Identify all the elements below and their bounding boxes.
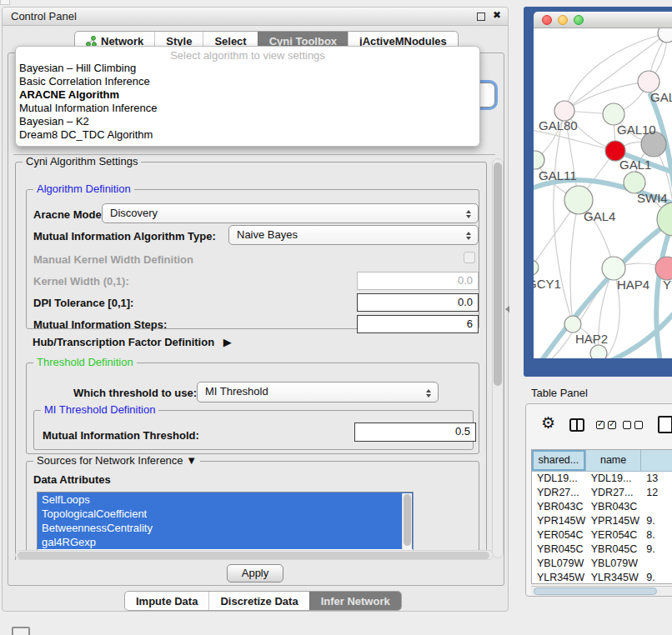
network-edge bbox=[570, 200, 579, 324]
mi-steps-input[interactable]: 6 bbox=[357, 315, 479, 333]
table-cell: YLR345W bbox=[532, 571, 586, 584]
zoom-window-icon[interactable] bbox=[574, 15, 584, 25]
network-canvas[interactable]: GALGAL80GAL10GAL1GAL11SWI4GAL4HAP4YGCY1H… bbox=[534, 28, 672, 358]
scrollbar-thumb[interactable] bbox=[494, 162, 502, 386]
table-cell: YBL079W bbox=[586, 557, 641, 571]
algorithm-option-bayesian-hill-climbing[interactable]: Bayesian – Hill Climbing bbox=[16, 62, 479, 75]
table-row[interactable]: YPR145WYPR145W9. bbox=[532, 514, 672, 528]
group-title: MI Threshold Definition bbox=[41, 403, 158, 416]
network-node-label: GAL bbox=[650, 90, 672, 104]
which-threshold-value: MI Threshold bbox=[205, 385, 268, 398]
network-window-titlebar[interactable] bbox=[534, 12, 672, 28]
table-cell: YLR345W bbox=[586, 571, 641, 584]
expand-arrow-icon: ▶ bbox=[223, 336, 232, 348]
table-row[interactable]: YER054CYER054C8. bbox=[532, 528, 672, 542]
scrollbar-thumb[interactable] bbox=[404, 494, 411, 546]
network-node-gcy1[interactable] bbox=[534, 260, 539, 275]
splitter-handle[interactable] bbox=[505, 306, 509, 312]
close-panel-icon[interactable]: ✖ bbox=[493, 9, 501, 21]
network-view-window[interactable]: GALGAL80GAL10GAL1GAL11SWI4GAL4HAP4YGCY1H… bbox=[524, 7, 672, 377]
network-node-label: HAP4 bbox=[617, 278, 649, 292]
algorithm-option-aracne-algorithm[interactable]: ARACNE Algorithm bbox=[16, 88, 479, 102]
network-node-label: Y bbox=[663, 278, 671, 292]
table-row[interactable]: YLR345WYLR345W9. bbox=[532, 571, 672, 584]
column-header-3[interactable] bbox=[641, 450, 672, 472]
tab-label: Infer Network bbox=[321, 595, 390, 608]
table-panel-title: Table Panel bbox=[531, 387, 588, 399]
window-edge-fragment bbox=[0, 0, 10, 5]
mi-threshold-input[interactable]: 0.5 bbox=[354, 422, 476, 442]
network-node[interactable] bbox=[590, 345, 607, 358]
table-row[interactable]: YBR045CYBR045C9. bbox=[532, 542, 672, 557]
table-cell: YBR043C bbox=[586, 500, 641, 514]
algorithm-definition-group: Algorithm Definition Aracne Mode: Discov… bbox=[26, 189, 479, 329]
hub-definition-label: Hub/Transcription Factor Definition bbox=[33, 336, 214, 348]
gear-icon[interactable]: ⚙ bbox=[541, 413, 555, 432]
float-panel-icon[interactable] bbox=[477, 12, 485, 21]
tab-impute-data[interactable]: Impute Data bbox=[125, 592, 208, 610]
data-attribute-item-betweennesscentrality[interactable]: BetweennessCentrality bbox=[38, 521, 413, 535]
aracne-mode-label: Aracne Mode: bbox=[33, 208, 105, 221]
manual-kernel-checkbox[interactable] bbox=[464, 252, 475, 263]
dpi-tolerance-label: DPI Tolerance [0,1]: bbox=[33, 297, 133, 309]
column-header-name[interactable]: name bbox=[586, 450, 642, 472]
settings-vertical-scrollbar[interactable] bbox=[492, 158, 504, 558]
minimized-panel-icon[interactable] bbox=[12, 627, 30, 635]
which-threshold-select[interactable]: MI Threshold bbox=[197, 382, 439, 402]
groupbox-divider bbox=[13, 154, 495, 155]
sources-group: Sources for Network Inference ▼ Data Att… bbox=[26, 461, 479, 560]
algorithm-option-mutual-information-inference[interactable]: Mutual Information Inference bbox=[16, 102, 479, 115]
data-attribute-item-selfloops[interactable]: SelfLoops bbox=[38, 492, 413, 507]
network-icon bbox=[86, 36, 97, 47]
control-panel-titlebar[interactable]: Control Panel ✖ bbox=[3, 8, 508, 26]
aracne-mode-value: Discovery bbox=[110, 207, 158, 219]
table-cell: YDR27... bbox=[586, 486, 641, 500]
network-node[interactable] bbox=[658, 28, 672, 42]
table-cell: 13 bbox=[641, 472, 672, 486]
algorithm-option-basic-correlation-inference[interactable]: Basic Correlation Inference bbox=[16, 75, 479, 88]
mi-type-label: Mutual Information Algorithm Type: bbox=[33, 230, 216, 242]
scrollbar-thumb[interactable] bbox=[18, 552, 489, 559]
table-row[interactable]: YDL19...YDL19...13 bbox=[532, 472, 672, 486]
kernel-width-input[interactable]: 0.0 bbox=[357, 272, 479, 290]
network-node-hap2[interactable] bbox=[564, 316, 581, 332]
dropdown-placeholder: Select algorithm to view settings bbox=[16, 47, 479, 62]
network-node-hap4[interactable] bbox=[602, 257, 625, 280]
table-cell: YBL079W bbox=[532, 557, 586, 571]
cyni-algorithm-settings-group: Cyni Algorithm Settings Algorithm Defini… bbox=[15, 162, 487, 560]
cyni-bottom-tab-bar: Impute DataDiscretize DataInfer Network bbox=[124, 591, 402, 611]
table-row[interactable]: YBL079WYBL079W bbox=[532, 557, 672, 571]
data-attribute-item-topologicalcoefficient[interactable]: TopologicalCoefficient bbox=[38, 507, 413, 521]
table-row[interactable]: YDR27...YDR27...12 bbox=[532, 486, 672, 500]
group-title: Threshold Definition bbox=[33, 356, 137, 368]
minimize-window-icon[interactable] bbox=[558, 15, 568, 25]
table-horizontal-scrollbar[interactable] bbox=[531, 586, 672, 596]
scrollbar-thumb[interactable] bbox=[534, 588, 657, 595]
table-cell: YBR045C bbox=[586, 542, 641, 557]
network-node-label: GAL4 bbox=[584, 209, 615, 223]
tab-discretize-data[interactable]: Discretize Data bbox=[208, 592, 308, 610]
hub-definition-toggle[interactable]: Hub/Transcription Factor Definition ▶ bbox=[33, 336, 232, 348]
aracne-mode-select[interactable]: Discovery bbox=[102, 203, 479, 223]
table-cell: YER054C bbox=[586, 528, 641, 542]
tab-infer-network[interactable]: Infer Network bbox=[309, 592, 401, 610]
sources-group-title[interactable]: Sources for Network Inference ▼ bbox=[33, 454, 200, 467]
network-node-label: GAL10 bbox=[617, 122, 656, 137]
dpi-tolerance-input[interactable]: 0.0 bbox=[357, 293, 479, 312]
close-window-icon[interactable] bbox=[542, 15, 552, 25]
tab-label: Impute Data bbox=[136, 595, 198, 608]
table-toolbar: ⚙ bbox=[526, 416, 672, 442]
settings-horizontal-scrollbar[interactable] bbox=[15, 550, 494, 560]
deselect-all-checkboxes-icon[interactable] bbox=[623, 421, 643, 429]
data-attribute-item-gal4rgexp[interactable]: gal4RGexp bbox=[38, 535, 413, 549]
table-row[interactable]: YBR043CYBR043C bbox=[532, 500, 672, 514]
algorithm-option-bayesian-k2[interactable]: Bayesian – K2 bbox=[16, 115, 479, 128]
apply-button[interactable]: Apply bbox=[227, 564, 283, 582]
node-table: shared...name YDL19...YDL19...13YDR27...… bbox=[531, 449, 672, 584]
select-all-checkboxes-icon[interactable] bbox=[596, 421, 616, 429]
new-table-icon[interactable] bbox=[658, 416, 672, 433]
algorithm-option-dream8-dc-tdc-algorithm[interactable]: Dream8 DC_TDC Algorithm bbox=[16, 128, 479, 142]
column-header-shared[interactable]: shared... bbox=[532, 450, 586, 472]
mi-algorithm-type-select[interactable]: Naive Bayes bbox=[228, 225, 479, 245]
columns-icon[interactable] bbox=[569, 418, 584, 432]
